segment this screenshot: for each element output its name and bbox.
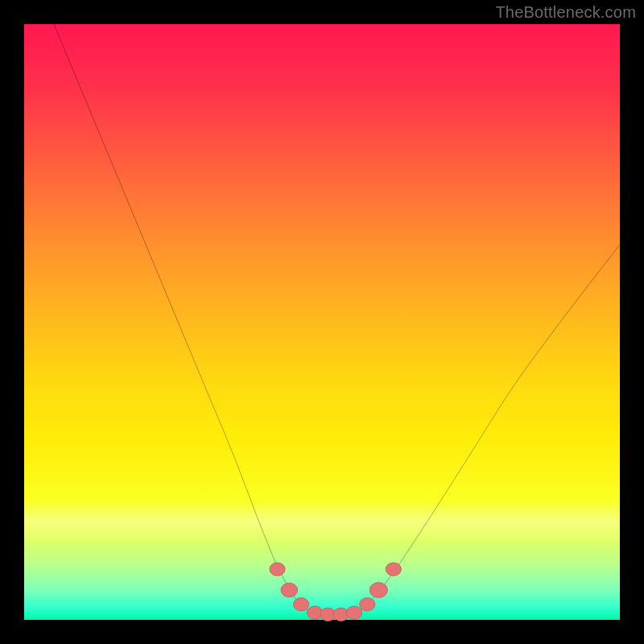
curve-marker <box>346 606 361 619</box>
curve-marker <box>369 583 387 598</box>
curve-marker <box>270 563 285 576</box>
bottleneck-curve <box>54 24 620 615</box>
watermark-text: TheBottleneck.com <box>495 3 636 22</box>
curve-marker <box>360 598 375 611</box>
curve-marker <box>386 563 401 576</box>
curve-marker <box>293 598 308 611</box>
bottleneck-curve-svg <box>24 24 620 620</box>
plot-area <box>24 24 620 620</box>
curve-marker <box>281 583 298 597</box>
curve-markers <box>270 563 402 621</box>
chart-frame: TheBottleneck.com <box>0 0 644 644</box>
